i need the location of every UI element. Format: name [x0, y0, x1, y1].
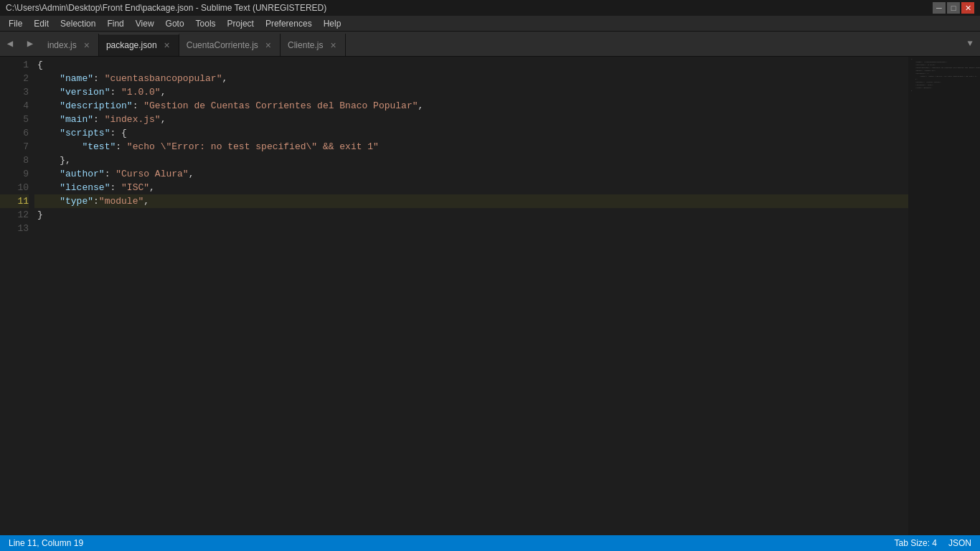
line-num-7: 7 — [0, 140, 29, 154]
code-line-4: "description": "Gestion de Cuentas Corri… — [34, 99, 908, 113]
statusbar-right: Tab Size: 4 JSON — [895, 538, 971, 548]
line-num-12: 12 — [0, 208, 29, 222]
tab-nav-prev[interactable]: ◀ — [0, 31, 20, 56]
titlebar-title: C:\Users\Admin\Desktop\Front End\package… — [6, 3, 326, 13]
titlebar-controls: ─ □ ✕ — [933, 2, 974, 14]
minimap: { "name": "cuentasbancopopular", "versio… — [908, 57, 980, 535]
tab-close-0[interactable]: × — [83, 40, 91, 50]
minimap-content: { "name": "cuentasbancopopular", "versio… — [908, 57, 980, 97]
tab-close-3[interactable]: × — [329, 40, 337, 50]
tab-overflow-button[interactable]: ▼ — [960, 31, 980, 56]
close-button[interactable]: ✕ — [961, 2, 974, 14]
editor: 12345678910111213 { "name": "cuentasbanc… — [0, 57, 980, 535]
tab-close-2[interactable]: × — [264, 40, 273, 50]
status-tab-size[interactable]: Tab Size: 4 — [895, 538, 937, 548]
line-num-2: 2 — [0, 72, 29, 85]
line-num-9: 9 — [0, 167, 29, 181]
tab-CuentaCorriente-js[interactable]: CuentaCorriente.js× — [179, 34, 281, 56]
menubar-item-view[interactable]: View — [130, 16, 160, 31]
minimize-button[interactable]: ─ — [933, 2, 946, 14]
line-num-13: 13 — [0, 222, 29, 235]
status-language[interactable]: JSON — [948, 538, 971, 548]
code-content[interactable]: { "name": "cuentasbancopopular", "versio… — [34, 57, 908, 535]
titlebar: C:\Users\Admin\Desktop\Front End\package… — [0, 0, 980, 16]
code-line-1: { — [34, 58, 908, 72]
menubar-item-find[interactable]: Find — [101, 16, 129, 31]
tab-close-1[interactable]: × — [163, 40, 171, 50]
line-num-1: 1 — [0, 58, 29, 72]
tab-label: package.json — [106, 40, 157, 50]
code-line-5: "main": "index.js", — [34, 113, 908, 126]
menubar-item-edit[interactable]: Edit — [28, 16, 55, 31]
line-num-10: 10 — [0, 181, 29, 194]
tab-label: CuentaCorriente.js — [187, 40, 258, 50]
menubar-item-file[interactable]: File — [3, 16, 28, 31]
code-line-9: "author": "Curso Alura", — [34, 167, 908, 181]
menubar-item-tools[interactable]: Tools — [190, 16, 222, 31]
menubar: FileEditSelectionFindViewGotoToolsProjec… — [0, 16, 980, 32]
statusbar-left: Line 11, Column 19 — [9, 538, 83, 548]
statusbar: Line 11, Column 19 Tab Size: 4 JSON — [0, 535, 980, 551]
tab-label: Cliente.js — [288, 40, 323, 50]
code-line-3: "version": "1.0.0", — [34, 85, 908, 99]
menubar-item-preferences[interactable]: Preferences — [260, 16, 318, 31]
code-line-8: }, — [34, 154, 908, 167]
code-line-10: "license": "ISC", — [34, 181, 908, 194]
code-line-13 — [34, 222, 908, 235]
line-num-5: 5 — [0, 113, 29, 126]
code-line-6: "scripts": { — [34, 126, 908, 140]
status-position[interactable]: Line 11, Column 19 — [9, 538, 83, 548]
code-line-11: "type":"module", — [34, 194, 908, 208]
tab-Cliente-js[interactable]: Cliente.js× — [281, 34, 346, 56]
menubar-item-project[interactable]: Project — [222, 16, 260, 31]
tab-nav-next[interactable]: ▶ — [20, 31, 40, 56]
tab-label: index.js — [47, 40, 77, 50]
line-num-6: 6 — [0, 126, 29, 140]
tab-index-js[interactable]: index.js× — [40, 34, 99, 56]
code-line-7: "test": "echo \"Error: no test specified… — [34, 140, 908, 154]
line-num-3: 3 — [0, 85, 29, 99]
maximize-button[interactable]: □ — [947, 2, 960, 14]
line-num-8: 8 — [0, 154, 29, 167]
menubar-item-help[interactable]: Help — [318, 16, 347, 31]
line-num-11: 11 — [0, 194, 29, 208]
tabbar: ◀ ▶ index.js×package.json×CuentaCorrient… — [0, 32, 980, 57]
line-num-4: 4 — [0, 99, 29, 113]
tabs-container: index.js×package.json×CuentaCorriente.js… — [40, 34, 346, 56]
menubar-item-goto[interactable]: Goto — [160, 16, 190, 31]
code-line-2: "name": "cuentasbancopopular", — [34, 72, 908, 85]
line-numbers: 12345678910111213 — [0, 57, 34, 535]
menubar-item-selection[interactable]: Selection — [55, 16, 101, 31]
code-line-12: } — [34, 208, 908, 222]
tab-package-json[interactable]: package.json× — [99, 34, 179, 56]
